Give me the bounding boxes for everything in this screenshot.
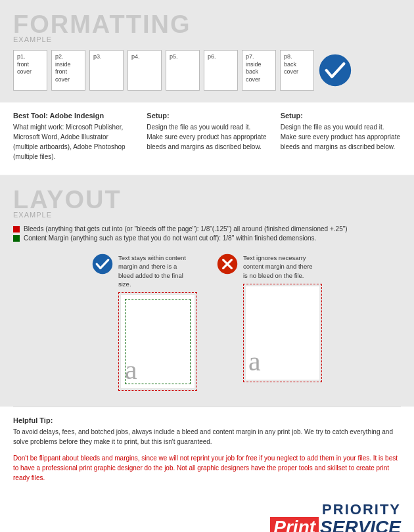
legend-item-bleed: Bleeds (anything that gets cut into (or … bbox=[13, 225, 401, 233]
page-box-3: p3. bbox=[89, 50, 124, 91]
page-box-1: p1.frontcover bbox=[13, 50, 47, 91]
good-diagram-label: Text stays within content margin and the… bbox=[118, 251, 191, 288]
bad-diagram-box: a bbox=[243, 284, 322, 382]
logo-service-inline: SERVICE bbox=[320, 518, 401, 532]
tip-warning: Don't be flippant about bleeds and margi… bbox=[13, 453, 401, 483]
info-col-1: Best Tool: Adobe Indesign What might wor… bbox=[13, 112, 133, 162]
logo-priority: PRIORITY bbox=[270, 502, 401, 517]
pages-row: p1.frontcover p2.insidefrontcover p3. p4… bbox=[13, 50, 401, 91]
bleed-color-box bbox=[13, 226, 20, 233]
good-diagram-box: a bbox=[118, 292, 197, 391]
logo-section: PRIORITY Print SERVICE .com bbox=[0, 492, 414, 532]
logo-print-highlight: Print bbox=[270, 517, 319, 532]
page-box-8: p8.backcover bbox=[280, 50, 314, 91]
layout-section: LAYOUT EXAMPLE Bleeds (anything that get… bbox=[0, 175, 414, 407]
good-diagram-container: Text stays within content margin and the… bbox=[92, 251, 197, 391]
diagrams-row: Text stays within content margin and the… bbox=[13, 251, 401, 391]
info-col-1-title: Best Tool: Adobe Indesign bbox=[13, 112, 133, 120]
layout-title: LAYOUT bbox=[13, 187, 401, 212]
info-col-3: Setup: Design the file as you would read… bbox=[281, 112, 401, 162]
tip-text: To avoid delays, fees, and botched jobs,… bbox=[13, 427, 401, 447]
margin-legend-text: Content Margin (anything such as type th… bbox=[24, 234, 316, 242]
page-box-5: p5. bbox=[166, 50, 200, 91]
info-col-3-title: Setup: bbox=[281, 112, 401, 120]
info-section: Best Tool: Adobe Indesign What might wor… bbox=[0, 102, 414, 175]
page-box-6: p6. bbox=[204, 50, 238, 91]
info-col-2-title: Setup: bbox=[147, 112, 267, 120]
page-box-4: p4. bbox=[127, 50, 162, 91]
bleed-legend-text: Bleeds (anything that gets cut into (or … bbox=[24, 225, 348, 233]
good-check-icon bbox=[92, 254, 113, 275]
page-box-2: p2.insidefrontcover bbox=[51, 50, 85, 91]
letter-a-good: a bbox=[125, 354, 137, 386]
info-col-1-text: What might work: Microsoft Publisher, Mi… bbox=[13, 122, 133, 162]
bad-diagram-label: Text ignores necesarry content margin an… bbox=[243, 251, 315, 280]
info-col-2: Setup: Design the file as you would read… bbox=[147, 112, 267, 162]
formatting-section: FORMATTING EXAMPLE p1.frontcover p2.insi… bbox=[0, 0, 414, 102]
formatting-title: FORMATTING bbox=[13, 12, 401, 37]
info-col-2-text: Design the file as you would read it. Ma… bbox=[147, 122, 267, 152]
legend-row: Bleeds (anything that gets cut into (or … bbox=[13, 225, 401, 242]
page-box-7: p7.insidebackcover bbox=[242, 50, 276, 91]
info-col-3-text: Design the file as you would read it. Ma… bbox=[281, 122, 401, 152]
legend-item-margin: Content Margin (anything such as type th… bbox=[13, 234, 401, 242]
margin-color-box bbox=[13, 235, 20, 242]
svg-point-0 bbox=[320, 55, 351, 86]
svg-point-1 bbox=[93, 254, 112, 274]
letter-a-bad: a bbox=[248, 345, 261, 377]
checkmark-icon bbox=[318, 53, 352, 87]
logo-container: PRIORITY Print SERVICE .com bbox=[270, 502, 401, 532]
tip-section: Helpful Tip: To avoid delays, fees, and … bbox=[0, 407, 414, 492]
tip-title: Helpful Tip: bbox=[13, 416, 401, 424]
bad-x-icon bbox=[217, 254, 238, 275]
bad-diagram-container: Text ignores necesarry content margin an… bbox=[217, 251, 322, 382]
